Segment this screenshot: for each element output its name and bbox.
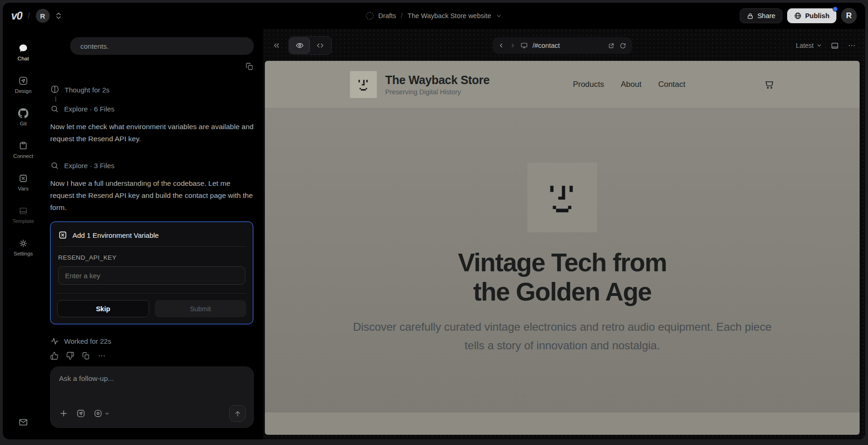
gear-icon xyxy=(18,238,28,249)
nav-link-about[interactable]: About xyxy=(621,80,641,89)
monitor-icon[interactable] xyxy=(520,42,528,49)
thumbs-down-icon[interactable] xyxy=(66,352,74,360)
breadcrumb-slash-icon: / xyxy=(28,11,30,21)
nav-link-contact[interactable]: Contact xyxy=(658,80,685,89)
design-icon xyxy=(18,76,28,86)
activity-icon xyxy=(50,337,59,346)
hero-logo xyxy=(527,163,597,232)
url-bar: /#contact xyxy=(493,37,632,54)
sidebar-item-connect[interactable]: Connect xyxy=(7,135,40,164)
thought-label: Thought for 2s xyxy=(65,86,110,94)
collapse-panel-icon[interactable] xyxy=(272,41,281,50)
attach-plus-icon[interactable] xyxy=(59,409,68,418)
env-var-name: RESEND_API_KEY xyxy=(58,254,245,261)
step-connector xyxy=(55,97,56,102)
site-footer xyxy=(265,412,860,435)
url-path[interactable]: /#contact xyxy=(533,42,560,49)
assistant-paragraph: Now I have a full understanding of the c… xyxy=(50,177,254,214)
model-selector[interactable] xyxy=(93,409,110,418)
env-variable-card: Add 1 Environment Variable RESEND_API_KE… xyxy=(50,222,253,324)
sidebar-item-design[interactable]: Design xyxy=(7,70,40,99)
project-switcher-icon[interactable] xyxy=(55,12,62,20)
site-header: The Wayback Store Preserving Digital His… xyxy=(265,61,860,108)
breadcrumb: Drafts / The Wayback Store website xyxy=(366,3,502,29)
preview-panel: /#contact Latest xyxy=(263,29,865,439)
hero-title: Vintage Tech from the Golden Age xyxy=(458,248,666,307)
chat-panel: contents. Thought for 2s Explore · 6 Fil… xyxy=(44,29,263,439)
model-icon xyxy=(93,409,103,418)
mail-icon xyxy=(18,417,28,427)
cart-icon xyxy=(763,79,775,90)
version-selector[interactable]: Latest xyxy=(796,42,822,49)
worked-row[interactable]: Worked for 22s xyxy=(50,335,254,347)
submit-button[interactable]: Submit xyxy=(155,300,247,317)
lock-icon xyxy=(747,13,754,20)
follow-up-input[interactable] xyxy=(59,374,246,383)
template-icon xyxy=(18,206,28,216)
skip-button[interactable]: Skip xyxy=(57,300,149,317)
explore-label: Explore · 6 Files xyxy=(64,105,114,113)
feedback-mail-button[interactable] xyxy=(18,417,28,427)
forward-icon[interactable] xyxy=(509,42,516,49)
code-view-toggle[interactable] xyxy=(310,38,330,53)
explore-row-2[interactable]: Explore · 3 Files xyxy=(50,160,254,171)
refresh-icon[interactable] xyxy=(619,42,626,49)
breadcrumb-drafts[interactable]: Drafts xyxy=(378,12,396,20)
site-nav: Products About Contact xyxy=(573,80,685,89)
chevron-down-icon xyxy=(105,411,110,416)
preview-toolbar: /#contact Latest xyxy=(265,35,860,56)
connect-icon xyxy=(18,141,28,151)
vars-icon xyxy=(18,173,28,183)
composer[interactable] xyxy=(50,366,254,428)
arrow-up-icon xyxy=(234,410,242,418)
team-avatar[interactable]: R xyxy=(36,9,50,23)
site-tagline: Preserving Digital History xyxy=(385,88,490,96)
site-logo[interactable] xyxy=(350,71,377,98)
sidebar-item-chat[interactable]: Chat xyxy=(7,37,40,67)
sidebar-item-git[interactable]: Git xyxy=(7,102,40,132)
open-external-icon[interactable] xyxy=(608,42,615,49)
hero-description: Discover carefully curated vintage elect… xyxy=(352,318,773,355)
pixel-face-icon xyxy=(540,176,584,219)
layout-icon[interactable] xyxy=(830,41,839,50)
code-icon xyxy=(316,41,324,50)
app-window: v0 / R Drafts / The Wayback Store websit… xyxy=(3,3,865,439)
explore-label: Explore · 3 Files xyxy=(64,162,114,170)
explore-row-1[interactable]: Explore · 6 Files xyxy=(50,103,254,114)
preview-eye-toggle[interactable] xyxy=(289,38,310,53)
sidebar-item-vars[interactable]: Vars xyxy=(7,167,40,197)
site-title: The Wayback Store xyxy=(385,73,490,87)
chevron-down-icon xyxy=(816,43,822,48)
breadcrumb-project-title[interactable]: The Wayback Store website xyxy=(408,12,491,20)
publish-notification-badge xyxy=(833,7,838,12)
chevron-down-icon[interactable] xyxy=(496,13,502,19)
user-message-bubble: contents. xyxy=(70,37,254,55)
thumbs-up-icon[interactable] xyxy=(50,352,59,360)
left-sidebar: Chat Design Git Connect Vars Template xyxy=(3,29,44,439)
copy-message-icon[interactable] xyxy=(245,62,254,71)
send-button[interactable] xyxy=(229,405,246,422)
env-key-input[interactable] xyxy=(58,266,245,285)
share-button[interactable]: Share xyxy=(740,8,783,23)
search-icon xyxy=(50,105,59,113)
copy-response-icon[interactable] xyxy=(82,352,90,360)
publish-button[interactable]: Publish xyxy=(787,8,836,23)
search-icon xyxy=(50,161,59,170)
user-avatar[interactable]: R xyxy=(841,8,857,24)
view-mode-toggle xyxy=(288,36,332,55)
top-bar: v0 / R Drafts / The Wayback Store websit… xyxy=(3,3,865,29)
more-options-icon[interactable] xyxy=(98,352,106,360)
nav-link-products[interactable]: Products xyxy=(573,80,604,89)
back-icon[interactable] xyxy=(498,42,505,49)
site-preview: The Wayback Store Preserving Digital His… xyxy=(265,61,860,435)
chat-bubble-icon xyxy=(18,43,28,53)
design-mode-icon[interactable] xyxy=(76,409,85,418)
sidebar-item-template[interactable]: Template xyxy=(7,200,40,229)
v0-logo[interactable]: v0 xyxy=(11,10,22,22)
env-var-icon xyxy=(58,230,67,240)
cart-button[interactable] xyxy=(763,79,775,90)
preview-more-icon[interactable] xyxy=(848,41,856,50)
sidebar-item-settings[interactable]: Settings xyxy=(7,232,40,262)
worked-label: Worked for 22s xyxy=(64,337,111,345)
thought-row[interactable]: Thought for 2s xyxy=(50,84,254,95)
